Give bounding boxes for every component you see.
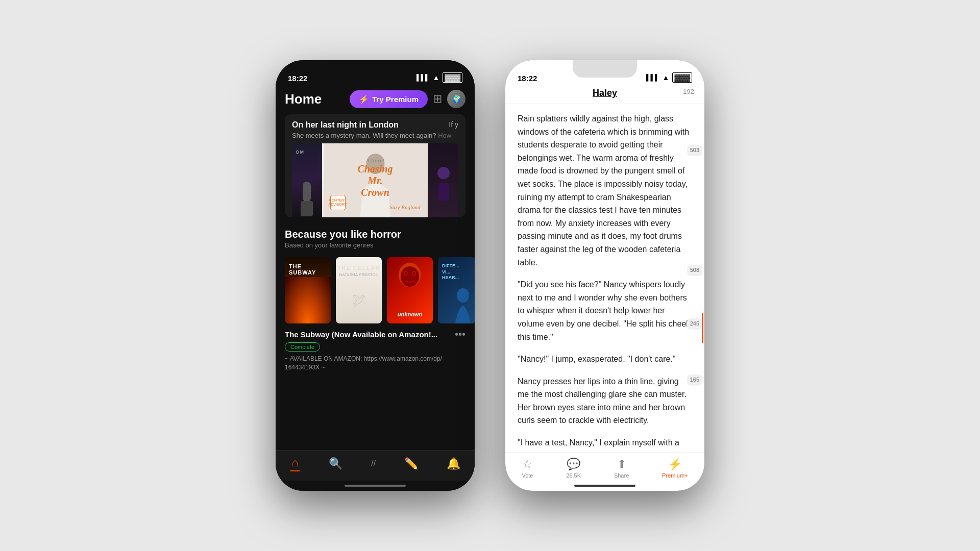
book-card-unknown[interactable]: unknown xyxy=(387,257,433,323)
svg-point-4 xyxy=(437,167,450,179)
comments-icon: 💬 xyxy=(567,458,580,471)
story-info: The Subway (Now Available on Amazon!... … xyxy=(276,323,475,374)
main-cover-title: ChasingMr.Crown xyxy=(358,163,393,198)
time-label: 18:22 xyxy=(288,74,307,83)
comment-indicator-1[interactable]: 503 xyxy=(687,145,702,156)
avatar[interactable]: 🌍 xyxy=(447,90,465,108)
comment-count-2: 508 xyxy=(687,265,702,276)
unknown-title: unknown xyxy=(398,311,422,317)
filter-icon[interactable]: ⊞ xyxy=(433,92,442,106)
content-sticker: CONTENTADVISORY xyxy=(330,195,346,210)
left-cover-label: DM xyxy=(296,149,304,155)
home-icon: ⌂ xyxy=(291,456,298,469)
reading-header: Haley 192 xyxy=(505,86,704,104)
reading-content[interactable]: 503 Rain splatters wildly against the hi… xyxy=(505,104,704,452)
comments-action[interactable]: 💬 26.5K xyxy=(566,458,581,479)
cellar-title: THE CELLAR xyxy=(337,265,380,271)
side-book-cover xyxy=(428,143,458,217)
lightning-icon: ⚡ xyxy=(359,94,369,104)
nav-home[interactable]: ⌂ xyxy=(290,456,300,471)
nav-search[interactable]: 🔍 xyxy=(329,457,342,470)
slash-icon: // xyxy=(371,459,376,468)
nav-slash[interactable]: // xyxy=(371,459,376,468)
comment-indicator-2[interactable]: 508 xyxy=(687,265,702,276)
book-row: THESUBWAY THE CELLAR NATASHA PRESTON 🕊 xyxy=(276,257,475,323)
svg-point-10 xyxy=(405,272,407,274)
battery-icon: ▓▓▓ xyxy=(443,72,462,83)
story-description: ~ AVAILABLE ON AMAZON: https://www.amazo… xyxy=(285,355,465,372)
wifi-icon: ▲ xyxy=(433,73,440,82)
search-icon: 🔍 xyxy=(329,457,342,470)
section-title: Because you like horror xyxy=(285,229,465,240)
reading-bottom-bar: ☆ Vote 💬 26.5K ⬆ Share ⚡ Premium+ xyxy=(505,452,704,481)
section-subtitle: Based on your favorite genres xyxy=(285,241,465,249)
comment-count-1: 503 xyxy=(687,145,702,156)
complete-badge: Complete xyxy=(285,342,320,352)
chapter-title: Haley xyxy=(593,88,617,98)
premium-button-label: Try Premium xyxy=(372,95,419,104)
share-icon: ⬆ xyxy=(617,458,626,471)
signal-icon: ▌▌▌ xyxy=(416,74,430,81)
paragraph-3: "Nancy!" I jump, exasperated. "I don't c… xyxy=(518,353,692,366)
horror-section: Because you like horror Based on your fa… xyxy=(276,223,475,257)
banner-covers: DM A Novel ChasingMr.Crow xyxy=(292,143,458,217)
svg-rect-5 xyxy=(438,183,449,201)
right-phone: 18:22 ▌▌▌ ▲ ▓▓▓ Haley 192 503 Rain splat… xyxy=(505,60,704,491)
book-card-diff[interactable]: DIFFE...VI...HEAR... xyxy=(438,257,475,323)
nav-notifications[interactable]: 🔔 xyxy=(447,457,460,470)
comments-count: 26.5K xyxy=(566,472,581,479)
share-action[interactable]: ⬆ Share xyxy=(614,458,629,479)
vote-icon: ☆ xyxy=(522,458,532,471)
paragraph-5: "I have a test, Nancy," I explain myself… xyxy=(518,436,692,452)
comment-count-3: 245 xyxy=(687,318,702,330)
comment-count-4: 165 xyxy=(687,374,702,386)
avatar-label: 🌍 xyxy=(452,95,461,103)
banner-right-label: If y xyxy=(449,120,458,129)
svg-rect-0 xyxy=(303,182,311,202)
cellar-author: NATASHA PRESTON xyxy=(339,272,379,277)
svg-point-11 xyxy=(413,272,415,274)
diff-title: DIFFE...VI...HEAR... xyxy=(442,263,459,281)
page-title: Home xyxy=(285,91,345,107)
paragraph-4: Nancy presses her lips into a thin line,… xyxy=(518,375,692,427)
banner-title: On her last night in London xyxy=(292,120,399,130)
edit-icon: ✏️ xyxy=(404,457,418,470)
nav-active-indicator xyxy=(290,470,300,471)
share-label: Share xyxy=(614,472,629,479)
svg-point-7 xyxy=(401,266,419,287)
right-home-bar xyxy=(505,481,704,491)
bottom-nav: ⌂ 🔍 // ✏️ 🔔 xyxy=(276,450,475,481)
svg-rect-1 xyxy=(301,201,313,216)
cellar-bird-icon: 🕊 xyxy=(352,291,366,308)
app-header: Home ⚡ Try Premium ⊞ 🌍 xyxy=(276,86,475,114)
vote-action[interactable]: ☆ Vote xyxy=(522,458,533,479)
book-card-subway[interactable]: THESUBWAY xyxy=(285,257,331,323)
vote-label: Vote xyxy=(522,472,533,479)
premium-plus-action[interactable]: ⚡ Premium+ xyxy=(662,458,688,479)
page-number: 192 xyxy=(683,88,694,95)
paragraph-2: "Did you see his face?" Nancy whispers l… xyxy=(518,278,692,343)
bell-icon: 🔔 xyxy=(447,457,460,470)
main-book-cover: A Novel ChasingMr.Crown Suzy England CON… xyxy=(322,143,429,217)
right-wifi-icon: ▲ xyxy=(663,73,670,82)
scroll-position-indicator xyxy=(702,313,703,343)
premium-plus-icon: ⚡ xyxy=(668,458,682,471)
home-bar xyxy=(276,481,475,491)
author-name: Suzy England xyxy=(389,204,420,210)
left-book-cover: DM xyxy=(292,143,322,217)
featured-banner[interactable]: On her last night in London If y She mee… xyxy=(285,114,465,217)
right-signal-icon: ▌▌▌ xyxy=(646,74,659,81)
book-card-cellar[interactable]: THE CELLAR NATASHA PRESTON 🕊 xyxy=(336,257,382,323)
banner-subtitle: She meets a mystery man. Will they meet … xyxy=(292,132,458,139)
right-battery-icon: ▓▓▓ xyxy=(672,72,692,83)
right-time-label: 18:22 xyxy=(518,74,537,83)
subway-title: THESUBWAY xyxy=(289,263,316,276)
comment-indicator-3[interactable]: 245 xyxy=(687,318,702,330)
nav-edit[interactable]: ✏️ xyxy=(404,457,418,470)
premium-plus-label: Premium+ xyxy=(662,472,688,479)
try-premium-button[interactable]: ⚡ Try Premium xyxy=(350,90,428,108)
more-options-button[interactable]: ••• xyxy=(455,329,465,340)
paragraph-1: Rain splatters wildly against the high, … xyxy=(518,112,692,269)
notch-right xyxy=(573,60,637,78)
comment-indicator-4[interactable]: 165 xyxy=(687,374,702,386)
